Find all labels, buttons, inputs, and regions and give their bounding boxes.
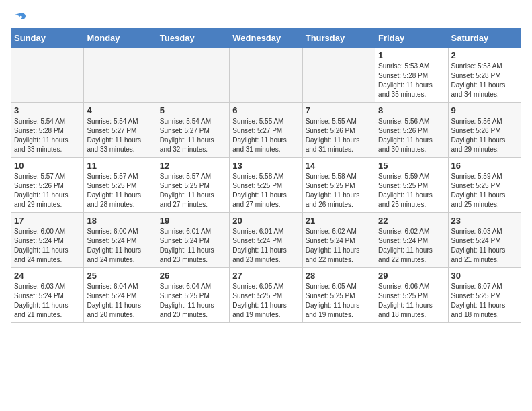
day-info: Sunrise: 5:54 AM Sunset: 5:28 PM Dayligh… [14,117,81,154]
day-number: 9 [451,105,518,116]
calendar-cell: 10Sunrise: 5:57 AM Sunset: 5:26 PM Dayli… [11,158,84,213]
day-info: Sunrise: 6:05 AM Sunset: 5:25 PM Dayligh… [306,282,372,320]
day-info: Sunrise: 5:57 AM Sunset: 5:25 PM Dayligh… [160,172,226,210]
column-header-thursday: Thursday [302,29,375,48]
day-number: 27 [232,271,299,281]
day-info: Sunrise: 6:02 AM Sunset: 5:24 PM Dayligh… [306,227,372,265]
day-number: 1 [378,50,445,60]
day-number: 4 [87,105,153,116]
calendar-cell: 7Sunrise: 5:55 AM Sunset: 5:26 PM Daylig… [302,103,375,158]
calendar-cell [302,48,375,103]
calendar-cell: 28Sunrise: 6:05 AM Sunset: 5:25 PM Dayli… [302,268,375,323]
day-number: 24 [14,271,81,281]
day-info: Sunrise: 6:03 AM Sunset: 5:24 PM Dayligh… [451,227,518,265]
day-info: Sunrise: 6:02 AM Sunset: 5:24 PM Dayligh… [378,227,445,265]
header-row: SundayMondayTuesdayWednesdayThursdayFrid… [11,29,521,48]
day-info: Sunrise: 6:00 AM Sunset: 5:24 PM Dayligh… [87,227,153,265]
calendar-cell [11,48,84,103]
day-info: Sunrise: 6:00 AM Sunset: 5:24 PM Dayligh… [14,227,81,265]
calendar-cell [84,48,157,103]
day-info: Sunrise: 6:04 AM Sunset: 5:25 PM Dayligh… [160,282,226,320]
calendar-cell: 13Sunrise: 5:58 AM Sunset: 5:25 PM Dayli… [230,158,302,213]
calendar-cell: 16Sunrise: 5:59 AM Sunset: 5:25 PM Dayli… [448,158,521,213]
calendar-cell: 18Sunrise: 6:00 AM Sunset: 5:24 PM Dayli… [84,213,157,268]
calendar-table: SundayMondayTuesdayWednesdayThursdayFrid… [11,28,521,323]
calendar-cell: 11Sunrise: 5:57 AM Sunset: 5:25 PM Dayli… [84,158,157,213]
day-number: 17 [14,216,81,226]
calendar-cell: 26Sunrise: 6:04 AM Sunset: 5:25 PM Dayli… [157,268,229,323]
calendar-cell: 2Sunrise: 5:53 AM Sunset: 5:28 PM Daylig… [448,48,521,103]
week-row-2: 3Sunrise: 5:54 AM Sunset: 5:28 PM Daylig… [11,103,521,158]
calendar-cell: 3Sunrise: 5:54 AM Sunset: 5:28 PM Daylig… [11,103,84,158]
day-number: 6 [232,105,299,116]
calendar-cell: 9Sunrise: 5:56 AM Sunset: 5:26 PM Daylig… [448,103,521,158]
calendar-cell: 15Sunrise: 5:59 AM Sunset: 5:25 PM Dayli… [375,158,448,213]
header [11,11,521,23]
week-row-5: 24Sunrise: 6:03 AM Sunset: 5:24 PM Dayli… [11,268,521,323]
calendar-cell [157,48,229,103]
calendar-cell: 29Sunrise: 6:06 AM Sunset: 5:25 PM Dayli… [375,268,448,323]
day-info: Sunrise: 5:53 AM Sunset: 5:28 PM Dayligh… [451,62,518,99]
calendar-cell: 4Sunrise: 5:54 AM Sunset: 5:27 PM Daylig… [84,103,157,158]
day-info: Sunrise: 6:04 AM Sunset: 5:24 PM Dayligh… [87,282,153,320]
week-row-4: 17Sunrise: 6:00 AM Sunset: 5:24 PM Dayli… [11,213,521,268]
day-info: Sunrise: 5:59 AM Sunset: 5:25 PM Dayligh… [378,172,445,210]
day-info: Sunrise: 6:03 AM Sunset: 5:24 PM Dayligh… [14,282,81,320]
logo-bird-icon [12,11,27,26]
day-number: 12 [160,161,226,171]
day-number: 16 [451,161,518,171]
calendar-cell: 20Sunrise: 6:01 AM Sunset: 5:24 PM Dayli… [230,213,302,268]
day-info: Sunrise: 5:58 AM Sunset: 5:25 PM Dayligh… [306,172,372,210]
day-number: 28 [306,271,372,281]
day-info: Sunrise: 5:58 AM Sunset: 5:25 PM Dayligh… [232,172,299,210]
calendar-cell [230,48,302,103]
calendar-cell: 23Sunrise: 6:03 AM Sunset: 5:24 PM Dayli… [448,213,521,268]
day-number: 8 [378,105,445,116]
day-info: Sunrise: 6:05 AM Sunset: 5:25 PM Dayligh… [232,282,299,320]
day-number: 2 [451,50,518,60]
day-number: 19 [160,216,226,226]
calendar-cell: 22Sunrise: 6:02 AM Sunset: 5:24 PM Dayli… [375,213,448,268]
calendar-cell: 1Sunrise: 5:53 AM Sunset: 5:28 PM Daylig… [375,48,448,103]
day-number: 3 [14,105,81,116]
day-number: 15 [378,161,445,171]
day-number: 26 [160,271,226,281]
day-info: Sunrise: 6:01 AM Sunset: 5:24 PM Dayligh… [160,227,226,265]
day-info: Sunrise: 5:54 AM Sunset: 5:27 PM Dayligh… [160,117,226,154]
column-header-wednesday: Wednesday [230,29,302,48]
day-number: 7 [306,105,372,116]
day-info: Sunrise: 5:57 AM Sunset: 5:25 PM Dayligh… [87,172,153,210]
week-row-1: 1Sunrise: 5:53 AM Sunset: 5:28 PM Daylig… [11,48,521,103]
calendar-cell: 12Sunrise: 5:57 AM Sunset: 5:25 PM Dayli… [157,158,229,213]
day-number: 25 [87,271,153,281]
day-info: Sunrise: 5:56 AM Sunset: 5:26 PM Dayligh… [451,117,518,154]
calendar-cell: 5Sunrise: 5:54 AM Sunset: 5:27 PM Daylig… [157,103,229,158]
day-number: 5 [160,105,226,116]
column-header-friday: Friday [375,29,448,48]
day-info: Sunrise: 6:06 AM Sunset: 5:25 PM Dayligh… [378,282,445,320]
day-info: Sunrise: 5:55 AM Sunset: 5:27 PM Dayligh… [232,117,299,154]
calendar-cell: 24Sunrise: 6:03 AM Sunset: 5:24 PM Dayli… [11,268,84,323]
day-info: Sunrise: 5:55 AM Sunset: 5:26 PM Dayligh… [306,117,372,154]
day-number: 30 [451,271,518,281]
day-info: Sunrise: 6:01 AM Sunset: 5:24 PM Dayligh… [232,227,299,265]
day-number: 14 [306,161,372,171]
column-header-saturday: Saturday [448,29,521,48]
day-number: 22 [378,216,445,226]
calendar-cell: 17Sunrise: 6:00 AM Sunset: 5:24 PM Dayli… [11,213,84,268]
column-header-monday: Monday [84,29,157,48]
day-number: 13 [232,161,299,171]
day-number: 10 [14,161,81,171]
day-info: Sunrise: 5:59 AM Sunset: 5:25 PM Dayligh… [451,172,518,210]
calendar-cell: 21Sunrise: 6:02 AM Sunset: 5:24 PM Dayli… [302,213,375,268]
column-header-tuesday: Tuesday [157,29,229,48]
calendar-cell: 25Sunrise: 6:04 AM Sunset: 5:24 PM Dayli… [84,268,157,323]
calendar-cell: 8Sunrise: 5:56 AM Sunset: 5:26 PM Daylig… [375,103,448,158]
week-row-3: 10Sunrise: 5:57 AM Sunset: 5:26 PM Dayli… [11,158,521,213]
day-info: Sunrise: 5:57 AM Sunset: 5:26 PM Dayligh… [14,172,81,210]
day-info: Sunrise: 5:53 AM Sunset: 5:28 PM Dayligh… [378,62,445,99]
day-number: 18 [87,216,153,226]
calendar-cell: 14Sunrise: 5:58 AM Sunset: 5:25 PM Dayli… [302,158,375,213]
day-info: Sunrise: 6:07 AM Sunset: 5:25 PM Dayligh… [451,282,518,320]
day-info: Sunrise: 5:56 AM Sunset: 5:26 PM Dayligh… [378,117,445,154]
